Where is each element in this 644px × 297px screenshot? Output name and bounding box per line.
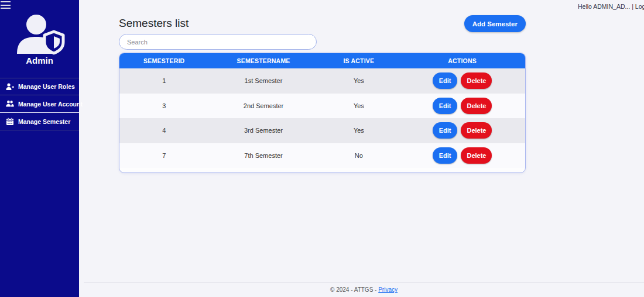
app-window: Admin Manage User Roles Manage Us (0, 0, 644, 297)
cell-semesterid: 4 (119, 127, 208, 134)
delete-button[interactable]: Delete (461, 98, 492, 114)
cell-actions: EditDelete (399, 98, 525, 114)
cell-semestername: 3rd Semester (208, 127, 318, 134)
cell-isactive: Yes (318, 127, 400, 134)
add-semester-button[interactable]: Add Semester (464, 15, 526, 32)
page-footer: © 2024 - ATTGS - Privacy (84, 282, 644, 297)
edit-button[interactable]: Edit (433, 147, 458, 164)
cell-semestername: 7th Semester (208, 152, 318, 159)
sidebar-item-label: Manage Semester (18, 118, 70, 125)
delete-button[interactable]: Delete (461, 122, 492, 139)
sidebar: Admin Manage User Roles Manage Us (0, 0, 79, 297)
edit-button[interactable]: Edit (433, 122, 458, 139)
delete-button[interactable]: Delete (461, 72, 492, 89)
cell-semesterid: 7 (119, 152, 208, 159)
admin-shield-avatar-icon (0, 14, 79, 58)
logout-link[interactable]: Logout (635, 3, 644, 10)
cell-isactive: No (318, 152, 400, 159)
greeting-text: Hello ADMIN_AD... (578, 3, 630, 10)
table-row: 43rd SemesterYesEditDelete (119, 118, 525, 143)
search-input[interactable] (119, 34, 317, 50)
column-header-isactive: IS ACTIVE (318, 57, 400, 64)
delete-button[interactable]: Delete (461, 147, 492, 164)
cell-actions: EditDelete (399, 147, 525, 164)
sidebar-nav: Manage User Roles Manage User Account (0, 78, 79, 130)
privacy-link[interactable]: Privacy (378, 286, 398, 293)
sidebar-item-manage-user-account[interactable]: Manage User Account (0, 95, 79, 113)
semesters-table: SEMESTERID SEMESTERNAME IS ACTIVE ACTION… (119, 53, 526, 173)
calendar-icon (6, 118, 14, 125)
column-header-actions: ACTIONS (399, 57, 525, 64)
edit-button[interactable]: Edit (433, 98, 458, 114)
cell-isactive: Yes (318, 102, 400, 109)
column-header-semesterid: SEMESTERID (119, 57, 208, 64)
cell-actions: EditDelete (399, 122, 525, 139)
table-row: 32nd SemesterYesEditDelete (119, 94, 525, 119)
copyright-text: © 2024 - ATTGS - (330, 286, 378, 293)
user-greeting: Hello ADMIN_AD... | Logout (578, 3, 644, 10)
table-row: 11st SemesterYesEditDelete (119, 68, 525, 94)
cell-isactive: Yes (318, 77, 400, 84)
cell-semesterid: 3 (119, 102, 208, 109)
edit-button[interactable]: Edit (433, 72, 458, 89)
table-row: 77th SemesterNoEditDelete (119, 143, 525, 168)
table-header-row: SEMESTERID SEMESTERNAME IS ACTIVE ACTION… (119, 53, 525, 68)
column-header-semestername: SEMESTERNAME (208, 57, 318, 64)
cell-actions: EditDelete (399, 72, 525, 89)
sidebar-item-label: Manage User Account (18, 101, 83, 108)
cell-semestername: 1st Semester (208, 77, 318, 84)
sidebar-admin-title: Admin (0, 56, 79, 65)
page-title: Semesters list (119, 17, 189, 30)
user-plus-icon (6, 83, 14, 91)
users-icon (6, 100, 14, 108)
cell-semestername: 2nd Semester (208, 102, 318, 109)
sidebar-item-label: Manage User Roles (18, 83, 75, 90)
sidebar-item-manage-user-roles[interactable]: Manage User Roles (0, 78, 79, 95)
cell-semesterid: 1 (119, 77, 208, 84)
sidebar-item-manage-semester[interactable]: Manage Semester (0, 113, 79, 130)
table-body: 11st SemesterYesEditDelete32nd SemesterY… (119, 68, 525, 168)
hamburger-menu-icon[interactable] (1, 1, 11, 9)
